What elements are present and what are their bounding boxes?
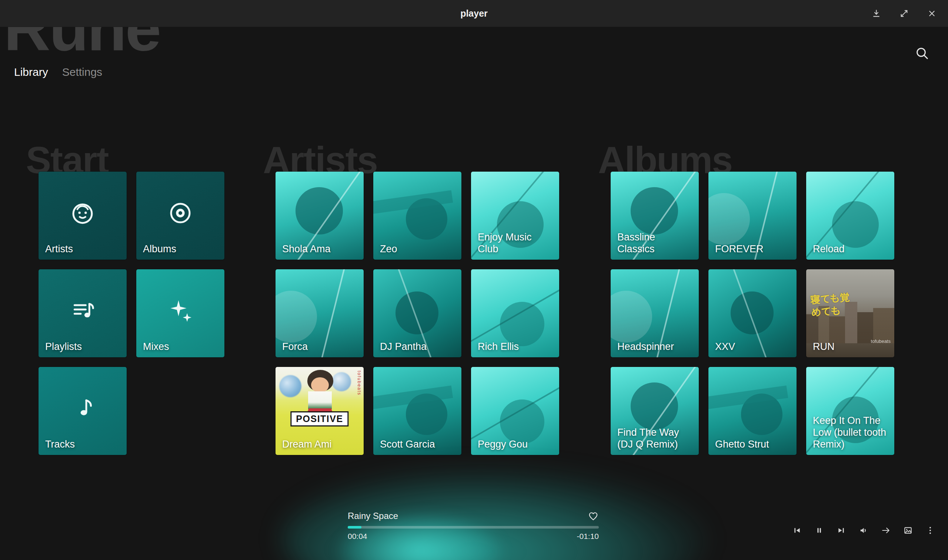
tile-album-ghetto-strut[interactable]: Ghetto Strut [709, 367, 797, 455]
albums-grid: Bassline Classics FOREVER Reload Headspi… [611, 172, 894, 455]
favorite-button[interactable] [588, 511, 599, 522]
next-button[interactable] [835, 524, 848, 537]
player-controls [790, 524, 937, 537]
tile-mixes[interactable]: Mixes [136, 269, 224, 357]
tile-label: Tracks [45, 438, 122, 451]
more-button[interactable] [923, 524, 937, 537]
tile-label: Headspinner [617, 341, 693, 353]
tile-artist-dj-pantha[interactable]: DJ Pantha [373, 269, 462, 357]
art-figure [308, 391, 332, 409]
window-title: player [460, 8, 488, 19]
tile-artist-zeo[interactable]: Zeo [373, 172, 462, 260]
skip-previous-icon [792, 525, 802, 535]
tile-artist-enjoy-music-club[interactable]: Enjoy Music Club [471, 172, 559, 260]
tile-album-xxv[interactable]: XXV [709, 269, 797, 357]
app-window: Rune player Library Settings Start [0, 0, 948, 560]
more-vertical-icon [925, 525, 936, 535]
maximize-icon [899, 9, 909, 18]
tile-label: Ghetto Strut [715, 438, 791, 451]
tile-playlists[interactable]: Playlists [39, 269, 127, 357]
tile-artists[interactable]: Artists [39, 172, 127, 260]
titlebar: player [0, 0, 948, 27]
tile-album-headspinner[interactable]: Headspinner [611, 269, 699, 357]
face-icon [68, 198, 97, 228]
volume-icon [858, 525, 869, 535]
tile-label: Zeo [380, 243, 456, 255]
remaining-time: -01:10 [577, 532, 599, 541]
art-pompom [332, 372, 351, 391]
tile-album-forever[interactable]: FOREVER [709, 172, 797, 260]
section-artists: Artists Shola Ama Zeo Enjoy Music Club F… [275, 148, 559, 455]
tile-label: Enjoy Music Club [478, 232, 554, 255]
nav-library[interactable]: Library [14, 66, 48, 78]
art-pompom [279, 375, 301, 397]
maximize-button[interactable] [898, 7, 911, 20]
art-credit-text: tofubeats [357, 371, 362, 395]
tile-label: RUN [813, 341, 889, 353]
tile-tracks[interactable]: Tracks [39, 367, 127, 455]
music-note-icon [68, 394, 97, 423]
cover-art-icon [903, 525, 913, 535]
arrow-right-icon [881, 525, 891, 535]
tile-label: Artists [45, 243, 122, 255]
tile-album-reload[interactable]: Reload [806, 172, 894, 260]
tile-artist-dream-ami[interactable]: POSITIVE tofubeats Dream Ami [275, 367, 364, 455]
tile-label: Scott Garcia [380, 438, 456, 451]
volume-button[interactable] [857, 524, 870, 537]
close-button[interactable] [925, 7, 939, 20]
tile-label: FOREVER [715, 243, 791, 255]
tile-album-run[interactable]: 寝ても覚めても tofubeats RUN [806, 269, 894, 357]
close-icon [927, 9, 937, 18]
search-icon [915, 45, 929, 62]
pause-icon [814, 525, 824, 535]
tile-label: Shola Ama [282, 243, 358, 255]
tile-album-find-the-way[interactable]: Find The Way (DJ Q Remix) [611, 367, 699, 455]
section-albums: Albums Bassline Classics FOREVER Reload … [611, 148, 894, 455]
elapsed-time: 00:04 [348, 532, 367, 541]
now-playing-header: Rainy Space [348, 510, 599, 522]
tile-artist-forca[interactable]: Forca [275, 269, 364, 357]
tile-label: Playlists [45, 341, 122, 353]
tile-label: Rich Ellis [478, 341, 554, 353]
sparkles-icon [165, 296, 195, 326]
window-controls [870, 0, 939, 27]
tile-album-keep-it-on-the-low[interactable]: Keep It On The Low (bullet tooth Remix) [806, 367, 894, 455]
section-start: Start Artists Albums [39, 148, 224, 455]
skip-next-icon [836, 525, 846, 535]
progress-bar[interactable] [348, 526, 599, 529]
tile-label: DJ Pantha [380, 341, 456, 353]
tile-label: Mixes [143, 341, 219, 353]
main-nav: Library Settings [14, 66, 102, 78]
favorite-icon [588, 511, 599, 522]
progress-fill [348, 526, 361, 529]
tile-artist-peggy-gou[interactable]: Peggy Gou [471, 367, 559, 455]
start-grid: Artists Albums Playlists [39, 172, 224, 455]
previous-button[interactable] [790, 524, 804, 537]
artists-grid: Shola Ama Zeo Enjoy Music Club Forca DJ … [275, 172, 559, 455]
tile-label: Find The Way (DJ Q Remix) [617, 427, 693, 451]
download-icon [871, 9, 882, 18]
search-button[interactable] [912, 44, 932, 63]
now-playing: Rainy Space 00:04 -01:10 [348, 510, 599, 541]
art-figure [311, 377, 329, 393]
tile-artist-rich-ellis[interactable]: Rich Ellis [471, 269, 559, 357]
playback-mode-button[interactable] [879, 524, 892, 537]
tile-label: Reload [813, 243, 889, 255]
tile-artist-scott-garcia[interactable]: Scott Garcia [373, 367, 462, 455]
tile-artist-shola-ama[interactable]: Shola Ama [275, 172, 364, 260]
tile-label: XXV [715, 341, 791, 353]
playlist-icon [68, 296, 97, 326]
cover-art-button[interactable] [901, 524, 915, 537]
tile-album-bassline-classics[interactable]: Bassline Classics [611, 172, 699, 260]
art-title-text: 寝ても覚めても [810, 291, 853, 319]
tile-albums[interactable]: Albums [136, 172, 224, 260]
download-button[interactable] [870, 7, 883, 20]
tile-label: Peggy Gou [478, 438, 554, 451]
disc-icon [165, 198, 195, 228]
time-row: 00:04 -01:10 [348, 532, 599, 541]
nav-settings[interactable]: Settings [62, 66, 102, 78]
tile-label: Forca [282, 341, 358, 353]
tile-label: Bassline Classics [617, 232, 693, 255]
pause-button[interactable] [812, 524, 826, 537]
tile-label: Dream Ami [282, 438, 358, 451]
